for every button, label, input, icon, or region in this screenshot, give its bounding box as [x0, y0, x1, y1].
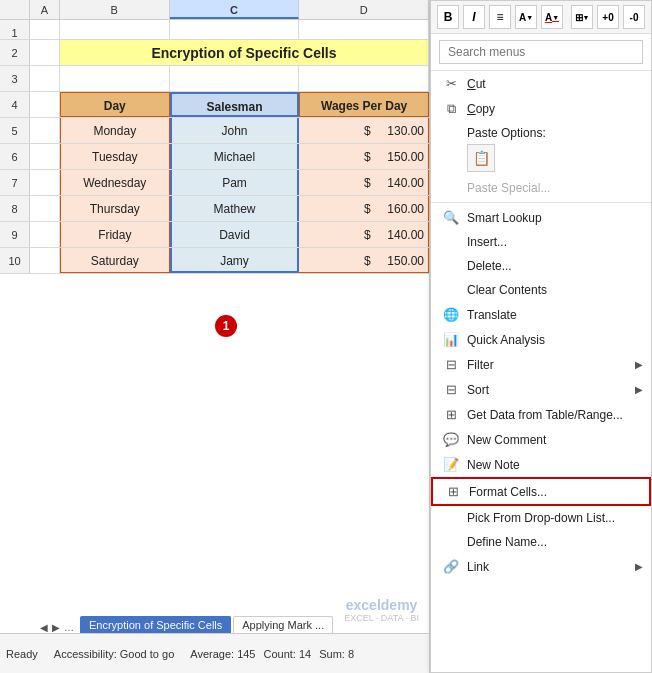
sheet-tab-encryption[interactable]: Encryption of Specific Cells: [80, 616, 231, 633]
menu-item-pick-dropdown[interactable]: Pick From Drop-down List...: [431, 506, 651, 530]
menu-item-link[interactable]: 🔗 Link ▶: [431, 554, 651, 579]
col-header-a: A: [30, 0, 60, 19]
sort-arrow: ▶: [635, 384, 643, 395]
cut-icon: ✂: [443, 76, 459, 91]
table-row: 8 Thursday Mathew $ 160.00: [0, 196, 429, 222]
accessibility-status: Accessibility: Good to go: [54, 648, 174, 660]
quick-analysis-icon: 📊: [443, 332, 459, 347]
context-menu: B I ≡ A▼ A▼ ⊞▼ +0 -0 ✂ Cut ⧉ Copy Paste …: [430, 0, 652, 673]
search-input[interactable]: [439, 40, 643, 64]
status-bar: Ready Accessibility: Good to go Average:…: [0, 633, 430, 673]
count-status: Count: 14: [264, 648, 312, 660]
sum-status: Sum: 8: [319, 648, 354, 660]
context-menu-toolbar: B I ≡ A▼ A▼ ⊞▼ +0 -0: [431, 1, 651, 34]
separator-1: [431, 202, 651, 203]
menu-item-paste-special[interactable]: Paste Special...: [431, 176, 651, 200]
menu-item-copy[interactable]: ⧉ Copy: [431, 96, 651, 122]
table-row: 5 Monday John $ 130.00: [0, 118, 429, 144]
menu-item-get-data[interactable]: ⊞ Get Data from Table/Range...: [431, 402, 651, 427]
table-row: 9 Friday David $ 140.00: [0, 222, 429, 248]
paste-options-heading: Paste Options:: [431, 122, 651, 142]
header-day: Day: [60, 92, 170, 117]
menu-item-filter[interactable]: ⊟ Filter ▶: [431, 352, 651, 377]
font-color-button[interactable]: A▼: [541, 5, 563, 29]
table-row: 10 Saturday Jamy $ 150.00: [0, 248, 429, 274]
menu-item-translate[interactable]: 🌐 Translate: [431, 302, 651, 327]
bold-button[interactable]: B: [437, 5, 459, 29]
menu-item-delete[interactable]: Delete...: [431, 254, 651, 278]
menu-items-list: ✂ Cut ⧉ Copy Paste Options: 📋 Paste Spec…: [431, 71, 651, 672]
row-4-headers: 4 Day Salesman Wages Per Day: [0, 92, 429, 118]
header-wages: Wages Per Day: [299, 92, 429, 117]
decrement-button[interactable]: -0: [623, 5, 645, 29]
corner-cell: [0, 0, 30, 19]
get-data-icon: ⊞: [443, 407, 459, 422]
link-icon: 🔗: [443, 559, 459, 574]
menu-item-sort[interactable]: ⊟ Sort ▶: [431, 377, 651, 402]
sheet-nav[interactable]: ◀ ▶ …: [40, 622, 74, 633]
sheet-tabs: ◀ ▶ … Encryption of Specific Cells Apply…: [0, 616, 333, 633]
border-button[interactable]: ⊞▼: [571, 5, 593, 29]
highlight-color-button[interactable]: A▼: [515, 5, 537, 29]
col-header-c: C: [170, 0, 300, 19]
filter-arrow: ▶: [635, 359, 643, 370]
row-2-title: 2 Encryption of Specific Cells: [0, 40, 429, 66]
menu-item-quick-analysis[interactable]: 📊 Quick Analysis: [431, 327, 651, 352]
sheet-tab-applying[interactable]: Applying Mark ...: [233, 616, 333, 633]
menu-item-smart-lookup[interactable]: 🔍 Smart Lookup: [431, 205, 651, 230]
row-3: 3: [0, 66, 429, 92]
table-row: 7 Wednesday Pam $ 140.00: [0, 170, 429, 196]
menu-item-format-cells[interactable]: ⊞ Format Cells...: [431, 477, 651, 506]
align-button[interactable]: ≡: [489, 5, 511, 29]
translate-icon: 🌐: [443, 307, 459, 322]
paste-icon-row: 📋: [431, 142, 651, 176]
increment-button[interactable]: +0: [597, 5, 619, 29]
italic-button[interactable]: I: [463, 5, 485, 29]
menu-item-new-note[interactable]: 📝 New Note: [431, 452, 651, 477]
watermark: exceldemy EXCEL · DATA · BI: [344, 597, 419, 623]
note-icon: 📝: [443, 457, 459, 472]
col-header-b: B: [60, 0, 170, 19]
menu-item-clear-contents[interactable]: Clear Contents: [431, 278, 651, 302]
paste-icon-1[interactable]: 📋: [467, 144, 495, 172]
search-container: [431, 34, 651, 71]
column-headers: A B C D: [0, 0, 429, 20]
average-status: Average: 145: [190, 648, 255, 660]
menu-item-new-comment[interactable]: 💬 New Comment: [431, 427, 651, 452]
spreadsheet-title: Encryption of Specific Cells: [60, 40, 429, 65]
menu-item-insert[interactable]: Insert...: [431, 230, 651, 254]
ready-status: Ready: [6, 648, 38, 660]
table-row: 6 Tuesday Michael $ 150.00: [0, 144, 429, 170]
link-arrow: ▶: [635, 561, 643, 572]
format-cells-icon: ⊞: [445, 484, 461, 499]
copy-icon: ⧉: [443, 101, 459, 117]
sort-icon: ⊟: [443, 382, 459, 397]
menu-item-define-name[interactable]: Define Name...: [431, 530, 651, 554]
badge-1: 1: [215, 315, 237, 337]
filter-icon: ⊟: [443, 357, 459, 372]
col-header-d: D: [299, 0, 429, 19]
comment-icon: 💬: [443, 432, 459, 447]
search-icon: 🔍: [443, 210, 459, 225]
menu-item-cut[interactable]: ✂ Cut: [431, 71, 651, 96]
header-salesman: Salesman: [170, 92, 300, 117]
row-1: 1: [0, 20, 429, 40]
spreadsheet-area: A B C D 1 2 Encryption of Specific Cells…: [0, 0, 430, 673]
